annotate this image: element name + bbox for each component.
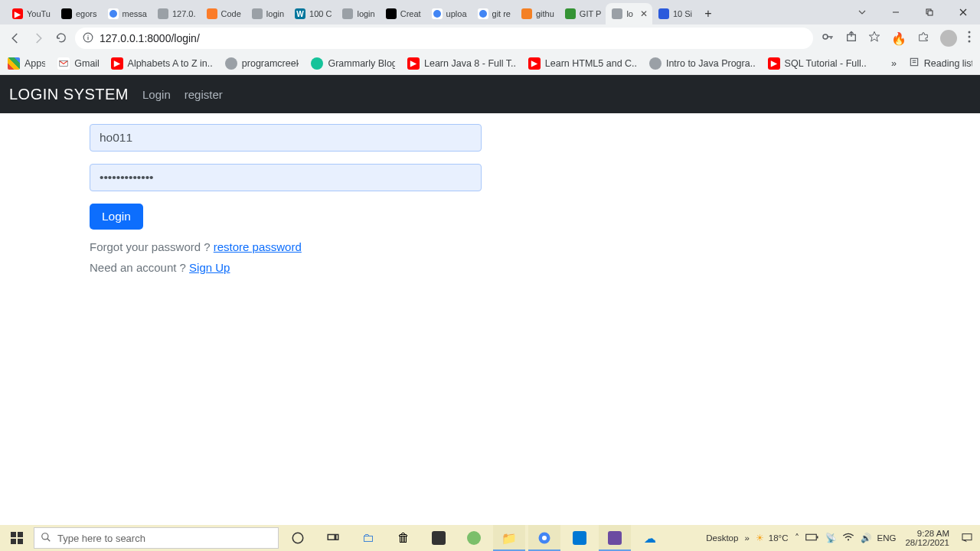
forward-button[interactable] [29, 29, 47, 47]
share-icon[interactable] [845, 31, 858, 46]
start-button[interactable] [0, 525, 34, 551]
tab-github2[interactable]: Creat [380, 3, 426, 24]
volume-icon[interactable]: 🔊 [861, 533, 871, 543]
bookmark-gmail[interactable]: Gmail [57, 57, 98, 70]
tab-10si[interactable]: 10 Si [652, 3, 697, 24]
nav-register[interactable]: register [185, 88, 223, 101]
site-info-icon[interactable] [83, 32, 93, 45]
tab-label: messa [122, 9, 147, 18]
tab-active-login[interactable]: lo✕ [606, 3, 652, 24]
svg-rect-36 [962, 534, 972, 540]
bookmark-overflow[interactable]: » [891, 58, 897, 69]
need-text: Need an account ? [90, 261, 189, 274]
login-button[interactable]: Login [90, 204, 143, 230]
onedrive-icon[interactable]: ☁ [634, 525, 666, 551]
battery-icon[interactable] [805, 533, 819, 543]
weather-widget[interactable]: ☀18°C [756, 533, 789, 543]
svg-rect-22 [11, 532, 16, 537]
search-icon [41, 532, 51, 545]
tab-upload[interactable]: uploa [426, 3, 472, 24]
bookmark-apps[interactable]: Apps [8, 57, 45, 70]
tab-gitp[interactable]: GIT P [559, 3, 606, 24]
sign-up-link[interactable]: Sign Up [189, 261, 230, 274]
bookmark-label: programcreek [242, 58, 299, 69]
bookmark-label: Apps [24, 58, 45, 69]
app-icon-3[interactable] [458, 525, 490, 551]
minimize-button[interactable] [879, 0, 913, 24]
close-tab-icon[interactable]: ✕ [640, 8, 648, 19]
tab-label: githu [536, 9, 554, 18]
bookmarks-bar: Apps Gmail ▶Alphabets A to Z in... progr… [0, 52, 980, 75]
tab-label: login [266, 9, 284, 18]
reading-list-button[interactable]: Reading list [909, 57, 972, 70]
address-bar[interactable]: 127.0.0.1:8000/login/ [75, 28, 813, 49]
bookmark-learn-java[interactable]: ▶Learn Java 8 - Full T... [407, 57, 516, 70]
taskbar-search[interactable]: Type here to search [34, 527, 279, 549]
tab-label: 127.0. [172, 9, 196, 18]
bookmark-alphabets[interactable]: ▶Alphabets A to Z in... [111, 57, 213, 70]
window-controls [845, 0, 980, 24]
password-key-icon[interactable] [821, 30, 835, 47]
task-view-icon[interactable] [317, 525, 349, 551]
file-explorer-icon[interactable]: 🗀 [352, 525, 384, 551]
tab-google[interactable]: messa [102, 3, 152, 24]
password-input[interactable] [90, 164, 482, 191]
bookmark-programcreek[interactable]: programcreek [225, 57, 299, 70]
username-input[interactable] [90, 124, 482, 152]
back-button[interactable] [6, 29, 24, 47]
forgot-text: Forgot your password ? [90, 240, 214, 253]
youtube-icon: ▶ [528, 57, 541, 70]
svg-point-1 [433, 10, 441, 18]
vscode-icon[interactable] [564, 525, 596, 551]
bookmark-sql-tutorial[interactable]: ▶SQL Tutorial - Full... [768, 57, 867, 70]
tab-github[interactable]: egors [55, 3, 102, 24]
tab-login1[interactable]: login [246, 3, 289, 24]
app-icon-4[interactable] [599, 525, 631, 551]
network-icon[interactable]: 📡 [825, 533, 836, 543]
desktop-toolbar[interactable]: Desktop [706, 533, 738, 543]
svg-rect-29 [328, 535, 335, 540]
bookmark-star-icon[interactable] [868, 31, 880, 46]
language-indicator[interactable]: ENG [877, 533, 897, 543]
tab-xampp[interactable]: Code [201, 3, 246, 24]
svg-point-28 [292, 533, 303, 543]
bookmark-grammarly[interactable]: Grammarly Blog [311, 57, 395, 70]
cortana-icon[interactable] [282, 525, 314, 551]
chrome-icon[interactable] [528, 525, 560, 551]
extension-icon[interactable]: 🔥 [891, 31, 906, 46]
tab-local1[interactable]: 127.0. [152, 3, 201, 24]
profile-avatar[interactable] [940, 30, 957, 47]
tab-wp[interactable]: W100 C [289, 3, 336, 24]
tray-overflow-icon[interactable]: » [744, 533, 749, 543]
navbar-brand[interactable]: LOGIN SYSTEM [9, 86, 129, 103]
tabs-dropdown-icon[interactable] [845, 0, 879, 24]
tab-label: Creat [400, 9, 421, 18]
taskbar-apps: 🗀 🗑 📁 ☁ [282, 525, 666, 551]
tab-so[interactable]: githu [515, 3, 559, 24]
reload-button[interactable] [52, 29, 70, 47]
wifi-icon[interactable] [842, 533, 854, 543]
tab-youtube[interactable]: ▶YouTu [6, 3, 55, 24]
restore-password-link[interactable]: restore password [214, 240, 302, 253]
tab-label: login [357, 9, 374, 18]
action-center-icon[interactable] [959, 530, 975, 546]
nav-login[interactable]: Login [142, 88, 171, 101]
extensions-puzzle-icon[interactable] [917, 31, 929, 46]
svg-point-0 [109, 10, 117, 18]
maximize-button[interactable] [913, 0, 946, 24]
folder-icon[interactable]: 📁 [493, 525, 525, 551]
bookmark-intro-java[interactable]: Intro to Java Progra... [649, 57, 756, 70]
tab-label: lo [626, 9, 633, 18]
reading-list-label: Reading list [924, 58, 972, 69]
tab-gitre[interactable]: git re [472, 3, 515, 24]
tab-login2[interactable]: login [336, 3, 379, 24]
app-icon-2[interactable] [423, 525, 455, 551]
taskbar-clock[interactable]: 9:28 AM 28/12/2021 [902, 529, 952, 547]
close-window-button[interactable] [946, 0, 980, 24]
menu-dots-icon[interactable] [968, 31, 971, 46]
new-tab-button[interactable]: + [697, 3, 718, 24]
login-form-area: Login Forgot your password ? restore pas… [0, 113, 980, 274]
app-icon-1[interactable]: 🗑 [387, 525, 420, 551]
bookmark-learn-html[interactable]: ▶Learn HTML5 and C... [528, 57, 637, 70]
tray-chevron-icon[interactable]: ˄ [795, 533, 799, 543]
